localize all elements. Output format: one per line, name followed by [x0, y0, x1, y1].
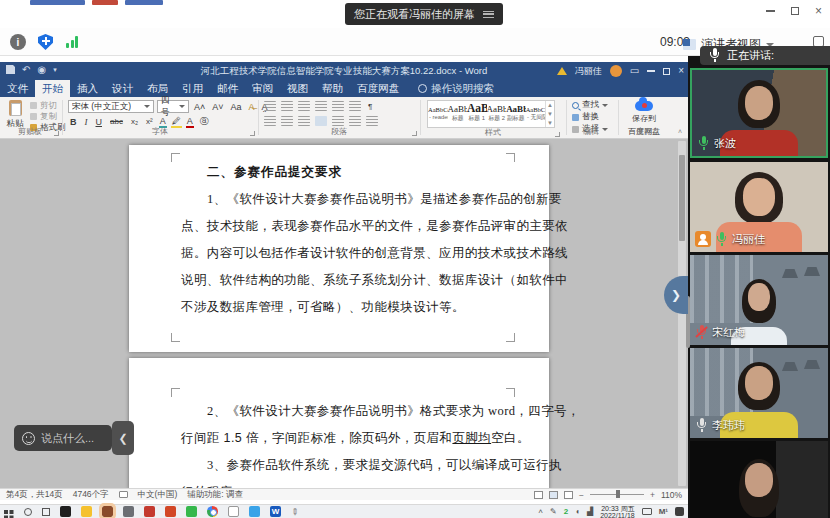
page-indicator[interactable]: 第4页，共14页	[6, 489, 63, 501]
accessibility-status[interactable]: 辅助功能: 调查	[187, 489, 243, 501]
decrease-indent-icon[interactable]	[315, 101, 327, 111]
input-method-indicator[interactable]: M¹	[659, 507, 668, 516]
taskbar-app-1[interactable]	[60, 506, 71, 517]
taskbar-app-6[interactable]	[228, 506, 239, 517]
video-tile[interactable]: 李玮玮	[690, 348, 828, 438]
align-left-icon[interactable]	[264, 116, 276, 126]
replace-button[interactable]: 替换	[572, 112, 608, 122]
shrink-font-button[interactable]: A˅	[210, 102, 225, 112]
video-tile[interactable]: 宋红梅	[690, 255, 828, 345]
volume-icon[interactable]: ◖	[575, 507, 580, 516]
bold-button[interactable]: B	[68, 117, 79, 127]
avatar[interactable]	[610, 65, 622, 77]
file-explorer-icon[interactable]	[81, 506, 92, 517]
touch-keyboard-icon[interactable]	[642, 508, 652, 515]
font-name-select[interactable]: 宋体 (中文正文)	[68, 100, 154, 113]
zoom-slider[interactable]	[590, 494, 644, 495]
style-item[interactable]: AaBt标题 1	[467, 101, 487, 127]
spellcheck-icon[interactable]	[119, 491, 128, 498]
video-tile[interactable]: 雷迪	[690, 441, 828, 518]
bullets-icon[interactable]	[264, 101, 276, 111]
document-page-1[interactable]: 二、参赛作品提交要求 1、《软件设计大赛参赛作品说明书》是描述参赛作品的创新要 …	[129, 145, 549, 352]
taskbar-app-4[interactable]	[165, 506, 176, 517]
italic-button[interactable]: I	[83, 117, 90, 127]
shield-icon[interactable]	[38, 34, 53, 50]
underline-button[interactable]: U	[94, 117, 105, 127]
taskbar-clock[interactable]: 20:33 周五 2022/11/18	[600, 505, 635, 518]
info-icon[interactable]: i	[10, 34, 26, 50]
taskbar-app-5[interactable]	[186, 506, 197, 517]
font-dialog-launcher[interactable]	[250, 131, 255, 136]
network-icon[interactable]: ▟	[587, 507, 593, 516]
tab-design[interactable]: 设计	[105, 80, 140, 97]
align-center-icon[interactable]	[281, 116, 293, 126]
change-case-button[interactable]: Aa	[229, 102, 244, 112]
tab-home[interactable]: 开始	[35, 80, 70, 97]
chat-collapse-button[interactable]: ❮	[112, 421, 134, 455]
clipboard-dialog-launcher[interactable]	[54, 131, 59, 136]
copy-button[interactable]: 复制	[30, 112, 66, 121]
zoom-out-icon[interactable]: −	[579, 490, 584, 500]
network-signal-icon[interactable]	[66, 36, 78, 48]
shading-icon[interactable]	[349, 116, 361, 126]
chat-input[interactable]: 说点什么...	[14, 425, 112, 451]
clear-format-button[interactable]: A̶	[247, 102, 257, 112]
pen-icon[interactable]: ✎	[289, 505, 301, 517]
video-tile[interactable]: 冯丽佳	[690, 162, 828, 252]
taskbar-app-3[interactable]	[144, 506, 155, 517]
justify-icon[interactable]	[315, 116, 327, 126]
zoom-slider-thumb[interactable]	[616, 490, 620, 498]
style-item[interactable]: AaBbC标题 2	[487, 101, 507, 127]
scrollbar-thumb[interactable]	[679, 155, 685, 241]
language-indicator[interactable]: 中文(中国)	[138, 489, 178, 501]
word-close-icon[interactable]: ×	[678, 66, 684, 76]
style-item[interactable]: AaBbCcD- 无间隔	[526, 101, 546, 127]
tab-view[interactable]: 视图	[280, 80, 315, 97]
tab-review[interactable]: 审阅	[245, 80, 280, 97]
account-name[interactable]: 冯丽佳	[575, 65, 602, 78]
line-spacing-icon[interactable]	[332, 116, 344, 126]
styles-scroll-arrows[interactable]: ▲▼▼	[545, 101, 554, 127]
tab-mailings[interactable]: 邮件	[210, 80, 245, 97]
font-size-select[interactable]: 四号	[157, 100, 189, 113]
word-minimize-icon[interactable]	[647, 70, 655, 71]
minimize-icon[interactable]	[766, 10, 775, 12]
chrome-icon[interactable]	[207, 506, 218, 517]
web-layout-icon[interactable]	[564, 491, 573, 499]
align-right-icon[interactable]	[298, 116, 310, 126]
word-restore-icon[interactable]	[663, 68, 670, 75]
ribbon-options-icon[interactable]: ▭	[630, 66, 639, 76]
increase-indent-icon[interactable]	[332, 101, 344, 111]
superscript-button[interactable]: x²	[144, 117, 155, 126]
word-app-icon[interactable]: W	[270, 506, 281, 517]
subscript-button[interactable]: x₂	[129, 117, 140, 126]
sort-icon[interactable]	[349, 101, 361, 111]
photos-app-icon[interactable]	[249, 506, 260, 517]
print-layout-icon[interactable]	[549, 491, 558, 499]
banner-menu-icon[interactable]	[483, 11, 494, 18]
styles-dialog-launcher[interactable]	[555, 132, 560, 137]
video-tile[interactable]: 张波	[690, 68, 828, 158]
strikethrough-button[interactable]: abc	[108, 117, 125, 126]
multilevel-list-icon[interactable]	[298, 101, 310, 111]
show-marks-button[interactable]: ¶	[366, 102, 374, 111]
zoom-in-icon[interactable]: +	[650, 490, 655, 500]
style-item[interactable]: AaBbC副标题	[506, 101, 526, 127]
style-item[interactable]: AaBbC标题	[448, 101, 468, 127]
tab-file[interactable]: 文件	[0, 80, 35, 97]
numbering-icon[interactable]	[281, 101, 293, 111]
tray-pen-icon[interactable]: ✎	[550, 507, 557, 516]
zoom-level[interactable]: 110%	[661, 490, 682, 500]
borders-icon[interactable]	[366, 116, 378, 126]
tell-me-search[interactable]: 操作说明搜索	[418, 80, 494, 97]
read-mode-icon[interactable]	[534, 491, 543, 499]
grow-font-button[interactable]: A˄	[192, 102, 207, 112]
cut-button[interactable]: 剪切	[30, 101, 66, 110]
tray-green-badge[interactable]: 2	[564, 507, 568, 516]
word-count[interactable]: 4746个字	[73, 489, 109, 501]
meeting-app-icon-active[interactable]	[102, 506, 113, 517]
action-center-icon[interactable]	[675, 507, 684, 516]
tray-expand-icon[interactable]: ˄	[538, 507, 543, 516]
tab-references[interactable]: 引用	[175, 80, 210, 97]
close-icon[interactable]: ×	[815, 5, 822, 17]
